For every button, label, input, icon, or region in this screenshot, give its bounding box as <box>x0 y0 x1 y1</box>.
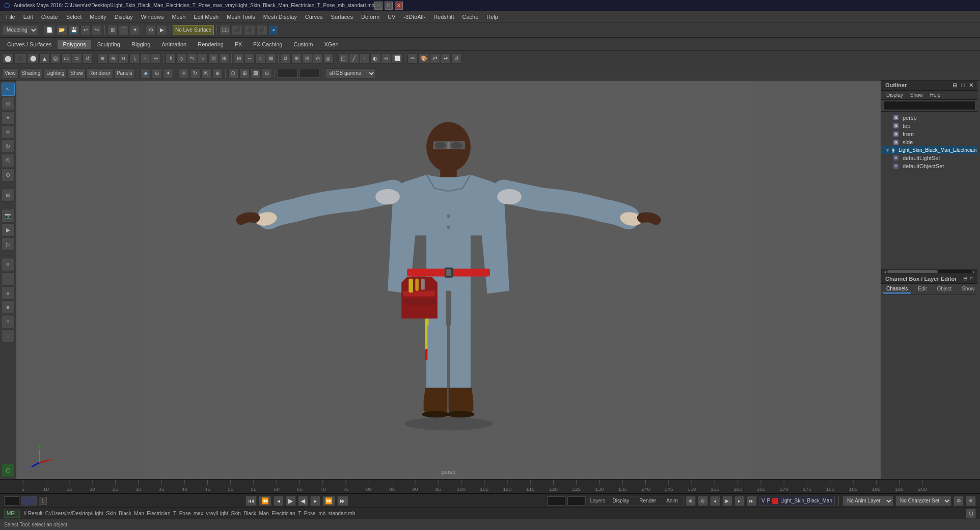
outliner-item-top[interactable]: ▣ top <box>881 122 977 130</box>
maximize-button[interactable]: □ <box>385 2 393 10</box>
outliner-menu-show[interactable]: Show <box>907 92 926 98</box>
channel-tab-show[interactable]: Show <box>959 285 977 294</box>
cylinder-tool[interactable]: ⬤ <box>28 54 39 64</box>
menu-uv[interactable]: UV <box>384 13 399 21</box>
menu-mesh-display[interactable]: Mesh Display <box>259 13 301 21</box>
plane-tool[interactable]: ▭ <box>61 54 71 64</box>
layers-arrow-left[interactable]: ◂ <box>710 496 720 506</box>
outliner-item-side[interactable]: ▣ side <box>881 138 977 146</box>
bend-tool[interactable]: ↫ <box>441 54 451 64</box>
bool-inter[interactable]: ∩ <box>140 54 150 64</box>
menu-cache[interactable]: Cache <box>458 13 482 21</box>
show-btn[interactable]: Show <box>68 68 86 78</box>
bool-union[interactable]: ∪ <box>119 54 129 64</box>
remesh-tool[interactable]: ⊠ <box>266 54 276 64</box>
edge-loop-tool[interactable]: ⊡ <box>208 54 219 64</box>
highlight-btn[interactable]: ● <box>268 25 279 35</box>
tab-animation[interactable]: Animation <box>156 40 192 49</box>
tab-fx[interactable]: FX <box>230 40 247 49</box>
layers-tab-anim[interactable]: Anim <box>663 497 681 504</box>
start-frame-input[interactable]: 1 <box>4 496 19 506</box>
panels-btn[interactable]: Panels <box>114 68 135 78</box>
layers-tab-display[interactable]: Display <box>610 497 633 504</box>
menu-modify[interactable]: Modify <box>86 13 110 21</box>
outliner-item-front[interactable]: ▣ front <box>881 130 977 138</box>
edge-ring-tool[interactable]: ⊞ <box>219 54 229 64</box>
layers-add-btn[interactable]: ⊕ <box>686 496 696 506</box>
uv-planar[interactable]: ⊟ <box>302 54 312 64</box>
select-tool[interactable]: ◈ <box>141 68 151 78</box>
renderer-btn[interactable]: Renderer <box>87 68 113 78</box>
shading-btn[interactable]: Shading <box>19 68 43 78</box>
menu-mesh-tools[interactable]: Mesh Tools <box>223 13 259 21</box>
next-frame-btn[interactable]: ▸ <box>310 496 320 506</box>
layer-p-btn[interactable]: P <box>767 498 771 503</box>
outliner-close-btn[interactable]: ✕ <box>969 82 973 89</box>
move-mode-btn[interactable]: ✛ <box>2 125 15 139</box>
vertex-color-btn[interactable]: 🎨 <box>418 54 429 64</box>
new-scene-btn[interactable]: 📄 <box>44 25 55 35</box>
scroll-track[interactable] <box>887 270 971 273</box>
transfer-attr-btn[interactable]: ⇄ <box>430 54 440 64</box>
menu-file[interactable]: File <box>2 13 19 21</box>
smooth-mesh[interactable]: ≈ <box>255 54 265 64</box>
cone-tool[interactable]: ▲ <box>39 54 50 64</box>
tab-xgen[interactable]: XGen <box>319 40 343 49</box>
channel-restore-btn[interactable]: ⊟ <box>963 276 967 281</box>
color-mode-select[interactable]: sRGB gamma <box>325 68 376 78</box>
layers-del-btn[interactable]: ⊖ <box>698 496 708 506</box>
bool-diff[interactable]: ∖ <box>129 54 140 64</box>
menu-select[interactable]: Select <box>62 13 86 21</box>
minimize-button[interactable]: ─ <box>374 2 383 10</box>
outliner-hscroll[interactable]: ◂ ▸ <box>881 269 977 274</box>
render-btn[interactable]: ▶ <box>157 25 167 35</box>
outliner-item-default-light-set[interactable]: ⊕ defaultLightSet <box>881 154 977 162</box>
pipe-tool[interactable]: ⊃ <box>72 54 82 64</box>
open-scene-btn[interactable]: 📂 <box>56 25 67 35</box>
scroll-left-btn[interactable]: ◂ <box>882 269 887 274</box>
goto-start-btn[interactable]: ⏮ <box>246 496 257 506</box>
render-left-btn[interactable]: ▶ <box>2 223 15 236</box>
no-live-surface-btn[interactable]: No Live Surface <box>173 25 214 35</box>
outliner-restore-btn[interactable]: ⊟ <box>952 82 957 89</box>
channel-tab-edit[interactable]: Edit <box>915 285 930 294</box>
save-scene-btn[interactable]: 💾 <box>68 25 79 35</box>
select-mode-face[interactable]: ◰ <box>338 54 348 64</box>
redo-btn[interactable]: ↪ <box>92 25 102 35</box>
menu-edit[interactable]: Edit <box>19 13 37 21</box>
menu-help[interactable]: Help <box>482 13 502 21</box>
render-settings-btn[interactable]: ⚙ <box>146 25 156 35</box>
fill-hole-tool[interactable]: ○ <box>198 54 208 64</box>
uv-layout[interactable]: ⊞ <box>291 54 302 64</box>
universal-tool[interactable]: ⊕ <box>212 68 223 78</box>
connect-tool[interactable]: ╌ <box>244 54 255 64</box>
menu-3dtoall[interactable]: -3DtoAll- <box>399 13 429 21</box>
helix-tool[interactable]: ↺ <box>83 54 93 64</box>
menu-windows[interactable]: Windows <box>137 13 168 21</box>
soft-select[interactable]: ◐ <box>370 54 380 64</box>
tab-custom[interactable]: Custom <box>289 40 318 49</box>
select-mode-btn[interactable]: ↖ <box>2 83 15 96</box>
outliner-item-persp[interactable]: ▣ persp <box>881 114 977 122</box>
play-forward-btn[interactable]: ▶ <box>286 496 296 506</box>
tab-sculpting[interactable]: Sculpting <box>92 40 125 49</box>
goto-end-btn[interactable]: ⏭ <box>337 496 348 506</box>
cam-btn3[interactable]: ⬛ <box>256 25 267 35</box>
snap-grid-left-btn[interactable]: ⊞ <box>2 189 15 202</box>
toolbar-item5[interactable]: ≡ <box>2 315 15 328</box>
channel-tab-channels[interactable]: Channels <box>883 285 911 294</box>
expand-console-btn[interactable]: ⬡ <box>966 509 976 519</box>
outliner-search-input[interactable] <box>883 101 975 110</box>
uv-cylindrical[interactable]: ⊙ <box>313 54 323 64</box>
paint-skin-btn[interactable]: ✏ <box>407 54 418 64</box>
resolution-btn[interactable]: □□ <box>220 25 231 35</box>
grid-btn[interactable]: ⊞ <box>239 68 250 78</box>
panel-toggle-btn[interactable]: ⬡ <box>2 464 15 477</box>
viewport[interactable]: Y X Z persp <box>16 81 881 479</box>
fps-end-input[interactable]: 200 <box>567 496 586 506</box>
outliner-item-character[interactable]: ▼ ◈ Light_Skin_Black_Man_Electrician <box>881 146 977 154</box>
snap-point-btn[interactable]: ✦ <box>130 25 140 35</box>
symmetry-btn[interactable]: ⇔ <box>381 54 391 64</box>
toolbar-item4[interactable]: ≡ <box>2 301 15 314</box>
prev-keyframe-btn[interactable]: ⏪ <box>259 496 271 506</box>
